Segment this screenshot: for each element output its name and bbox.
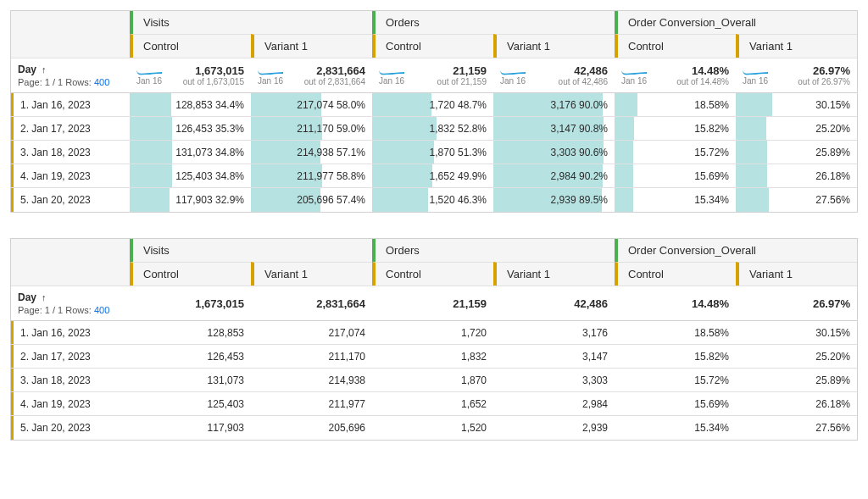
data-cell: 2,939 xyxy=(493,416,615,440)
cell-value: 25.89% xyxy=(815,147,850,158)
table-row[interactable]: 1. Jan 16, 2023128,853217,0741,7203,1761… xyxy=(11,321,857,345)
cell-value: 125,403 xyxy=(208,398,244,410)
dimension-header[interactable]: Day Page: 1 / 1 Rows: 400 xyxy=(11,58,130,92)
cell-value: 15.34% xyxy=(694,194,729,206)
summary-subtext: out of 2,831,664 xyxy=(304,77,365,86)
table-row[interactable]: 3. Jan 18, 2023131,073 34.8%214,938 57.1… xyxy=(11,141,857,164)
segment-variant1[interactable]: Variant 1 xyxy=(493,34,615,58)
cell-value: 205,696 57.4% xyxy=(297,194,365,206)
summary-value: 21,159 xyxy=(453,297,487,310)
cell-value: 2,984 90.2% xyxy=(551,170,608,182)
data-cell: 15.69% xyxy=(615,164,736,187)
metric-title[interactable]: Orders xyxy=(372,239,615,262)
data-cell: 15.34% xyxy=(615,188,736,212)
cell-value: 15.82% xyxy=(694,351,729,363)
segment-variant1[interactable]: Variant 1 xyxy=(736,262,857,286)
dimension-header[interactable]: Day Page: 1 / 1 Rows: 400 xyxy=(11,286,130,320)
data-cell: 128,853 xyxy=(130,321,251,344)
summary-cell: 26.97% xyxy=(736,286,857,320)
data-cell: 131,073 xyxy=(130,369,251,391)
data-cell: 27.56% xyxy=(736,416,857,440)
cell-value: 131,073 xyxy=(208,374,244,386)
cell-value: 26.18% xyxy=(815,170,850,182)
summary-value: 42,486 xyxy=(574,297,608,310)
cell-value: 1,720 xyxy=(461,327,487,339)
segment-variant1[interactable]: Variant 1 xyxy=(251,262,372,286)
summary-cell: 42,486 xyxy=(493,286,615,320)
summary-value: 2,831,664 xyxy=(304,64,365,77)
metric-title[interactable]: Visits xyxy=(130,239,372,262)
cell-value: 211,170 xyxy=(329,351,365,363)
summary-value: 1,673,015 xyxy=(195,297,244,310)
row-date: 4. Jan 19, 2023 xyxy=(11,392,130,415)
value-bar xyxy=(736,164,767,187)
value-bar xyxy=(736,93,772,116)
value-bar xyxy=(615,93,637,116)
table-row[interactable]: 5. Jan 20, 2023117,903 32.9%205,696 57.4… xyxy=(11,188,857,212)
rows-count[interactable]: 400 xyxy=(94,77,109,87)
summary-cell: Jan 1614.48%out of 14.48% xyxy=(615,58,736,92)
data-cell: 1,870 xyxy=(372,369,493,391)
data-cell: 2,984 90.2% xyxy=(493,164,615,187)
segment-variant1[interactable]: Variant 1 xyxy=(493,262,615,286)
value-bar xyxy=(372,164,432,187)
table-row[interactable]: 4. Jan 19, 2023125,403211,9771,6522,9841… xyxy=(11,392,857,416)
value-bar xyxy=(130,188,170,212)
segment-control[interactable]: Control xyxy=(615,262,736,286)
cell-value: 117,903 xyxy=(208,422,244,434)
spark-date: Jan 16 xyxy=(136,76,162,86)
metric-title[interactable]: Orders xyxy=(372,11,615,34)
summary-cell: Jan 162,831,664out of 2,831,664 xyxy=(251,58,372,92)
table-row[interactable]: 5. Jan 20, 2023117,903205,6961,5202,9391… xyxy=(11,416,857,440)
table-row[interactable]: 2. Jan 17, 2023126,453211,1701,8323,1471… xyxy=(11,345,857,369)
segment-control[interactable]: Control xyxy=(130,262,251,286)
data-cell: 117,903 xyxy=(130,416,251,440)
table-row[interactable]: 3. Jan 18, 2023131,073214,9381,8703,3031… xyxy=(11,369,857,392)
page-prefix: Page: 1 / 1 Rows: xyxy=(18,77,92,87)
cell-value: 18.58% xyxy=(694,99,729,111)
value-bar xyxy=(736,117,766,140)
value-bar xyxy=(736,141,767,164)
row-date: 2. Jan 17, 2023 xyxy=(11,345,130,368)
cell-value: 3,176 90.0% xyxy=(551,99,608,111)
summary-subtext: out of 26.97% xyxy=(798,77,850,86)
segment-control[interactable]: Control xyxy=(372,262,493,286)
segment-control[interactable]: Control xyxy=(372,34,493,58)
data-cell: 1,520 46.3% xyxy=(372,188,493,212)
cell-value: 3,303 90.6% xyxy=(551,147,608,158)
cell-value: 214,938 57.1% xyxy=(297,147,365,158)
rows-count[interactable]: 400 xyxy=(94,305,109,315)
cell-value: 211,170 59.0% xyxy=(297,123,365,135)
table-row[interactable]: 1. Jan 16, 2023128,853 34.4%217,074 58.0… xyxy=(11,93,857,117)
data-cell: 1,720 xyxy=(372,321,493,344)
table-row[interactable]: 4. Jan 19, 2023125,403 34.8%211,977 58.8… xyxy=(11,164,857,188)
cell-value: 3,303 xyxy=(582,374,608,386)
summary-cell: Jan 1642,486out of 42,486 xyxy=(493,58,615,92)
sort-asc-icon xyxy=(42,64,47,75)
metric-title[interactable]: Visits xyxy=(130,11,372,34)
data-cell: 1,720 48.7% xyxy=(372,93,493,116)
cell-value: 1,720 48.7% xyxy=(430,99,487,111)
segment-control[interactable]: Control xyxy=(130,34,251,58)
summary-value: 14.48% xyxy=(692,297,729,310)
metric-title[interactable]: Order Conversion_Overall xyxy=(615,239,857,262)
spark-date: Jan 16 xyxy=(500,76,526,86)
value-bar xyxy=(130,117,172,140)
summary-subtext: out of 14.48% xyxy=(676,77,729,86)
cell-value: 26.18% xyxy=(815,398,850,410)
cell-value: 1,870 xyxy=(461,374,487,386)
segment-control[interactable]: Control xyxy=(615,34,736,58)
data-cell: 15.72% xyxy=(615,369,736,391)
data-cell: 26.18% xyxy=(736,164,857,187)
segment-variant1[interactable]: Variant 1 xyxy=(736,34,857,58)
header-blank xyxy=(11,239,130,286)
spark-date: Jan 16 xyxy=(258,76,283,86)
row-date: 2. Jan 17, 2023 xyxy=(11,117,130,140)
metric-title[interactable]: Order Conversion_Overall xyxy=(615,11,857,34)
sparkline-icon xyxy=(258,64,283,75)
row-date: 5. Jan 20, 2023 xyxy=(11,416,130,440)
page-info: Page: 1 / 1 Rows: 400 xyxy=(18,305,123,315)
data-cell: 205,696 57.4% xyxy=(251,188,372,212)
segment-variant1[interactable]: Variant 1 xyxy=(251,34,372,58)
table-row[interactable]: 2. Jan 17, 2023126,453 35.3%211,170 59.0… xyxy=(11,117,857,141)
